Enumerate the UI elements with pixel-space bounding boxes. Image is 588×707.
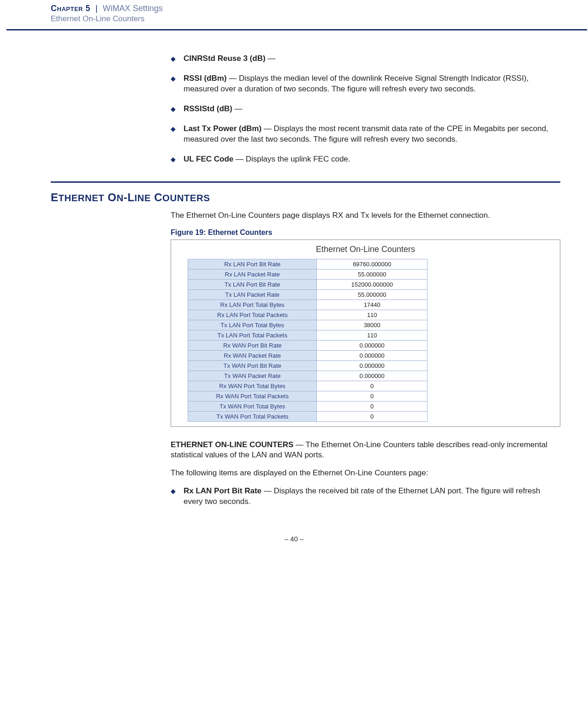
bullet-term: CINRStd Reuse 3 (dB) (184, 54, 266, 63)
figure-caption: Figure 19: Ethernet Counters (171, 228, 560, 237)
table-row: Rx WAN Port Bit Rate0.000000 (188, 340, 428, 350)
table-row: Rx LAN Port Total Bytes17440 (188, 300, 428, 310)
table-row: Tx WAN Port Bit Rate0.000000 (188, 360, 428, 371)
counters-follow-para: The following items are displayed on the… (171, 468, 560, 479)
table-row: Rx LAN Port Bit Rate69760.000000 (188, 259, 428, 269)
counter-value: 110 (317, 330, 428, 340)
header-line-1: Chapter 5 | WiMAX Settings (51, 4, 588, 13)
counter-label: Tx WAN Port Total Packets (188, 411, 317, 421)
table-row: Tx LAN Port Total Bytes38000 (188, 320, 428, 330)
table-row: Rx WAN Packet Rate0.000000 (188, 350, 428, 360)
section-intro: The Ethernet On-Line Counters page displ… (171, 210, 560, 221)
bullet-term: UL FEC Code (184, 155, 233, 163)
chapter-title: WiMAX Settings (103, 4, 163, 13)
section-rule (51, 181, 560, 183)
counter-value: 69760.000000 (317, 259, 428, 269)
page-body: CINRStd Reuse 3 (dB) — RSSI (dBm) — Disp… (0, 30, 588, 507)
content-column: CINRStd Reuse 3 (dB) — RSSI (dBm) — Disp… (171, 54, 560, 165)
counters-lead-para: ETHERNET ON-LINE COUNTERS — The Ethernet… (171, 440, 560, 461)
bullet-desc: — (232, 104, 243, 113)
counter-value: 152000.000000 (317, 279, 428, 289)
bullet-desc: — Displays the median level of the downl… (184, 74, 529, 93)
counter-value: 55.000000 (317, 269, 428, 279)
counter-label: Tx WAN Packet Rate (188, 371, 317, 381)
bullet-item: Rx LAN Port Bit Rate — Displays the rece… (171, 486, 560, 507)
table-row: Rx LAN Port Total Packets110 (188, 310, 428, 320)
figure-title: Ethernet On-Line Counters (175, 243, 556, 259)
counter-value: 0 (317, 411, 428, 421)
counter-value: 0 (317, 391, 428, 401)
bullet-term: RSSI (dBm) (184, 74, 227, 83)
counter-label: Tx WAN Port Bit Rate (188, 360, 317, 371)
page-number: – 40 – (285, 535, 304, 543)
counter-label: Tx LAN Port Total Bytes (188, 320, 317, 330)
bullet-term: Rx LAN Port Bit Rate (184, 486, 261, 495)
header-subtitle: Ethernet On-Line Counters (51, 14, 588, 24)
counter-label: Rx WAN Packet Rate (188, 350, 317, 360)
chapter-label: Chapter 5 (51, 4, 90, 13)
bullet-term: Last Tx Power (dBm) (184, 124, 261, 133)
counter-value: 0.000000 (317, 371, 428, 381)
page-header: Chapter 5 | WiMAX Settings Ethernet On-L… (0, 0, 588, 26)
table-row: Tx WAN Port Total Bytes0 (188, 401, 428, 411)
table-row: Rx LAN Packet Rate55.000000 (188, 269, 428, 279)
counter-label: Tx LAN Port Total Packets (188, 330, 317, 340)
table-row: Tx LAN Port Bit Rate152000.000000 (188, 279, 428, 289)
page: Chapter 5 | WiMAX Settings Ethernet On-L… (0, 0, 588, 552)
page-footer: – 40 – (0, 535, 588, 543)
counters-table: Rx LAN Port Bit Rate69760.000000Rx LAN P… (188, 259, 428, 422)
table-row: Rx WAN Port Total Bytes0 (188, 381, 428, 391)
counter-label: Rx LAN Port Bit Rate (188, 259, 317, 269)
section-content: The Ethernet On-Line Counters page displ… (171, 210, 560, 508)
figure-frame: Ethernet On-Line Counters Rx LAN Port Bi… (171, 240, 560, 427)
bullet-item: Last Tx Power (dBm) — Displays the most … (171, 124, 560, 145)
header-separator: | (95, 4, 98, 13)
counter-label: Tx LAN Port Bit Rate (188, 279, 317, 289)
counter-label: Rx WAN Port Bit Rate (188, 340, 317, 350)
counter-value: 0.000000 (317, 350, 428, 360)
counter-label: Rx LAN Packet Rate (188, 269, 317, 279)
table-row: Tx WAN Packet Rate0.000000 (188, 371, 428, 381)
bullet-desc: — Displays the uplink FEC code. (233, 155, 350, 163)
bullet-item: RSSIStd (dB) — (171, 104, 560, 114)
counter-value: 110 (317, 310, 428, 320)
counter-label: Rx WAN Port Total Packets (188, 391, 317, 401)
bullet-item: RSSI (dBm) — Displays the median level o… (171, 73, 560, 95)
bullet-term: RSSIStd (dB) (184, 104, 232, 113)
top-bullet-list: CINRStd Reuse 3 (dB) — RSSI (dBm) — Disp… (171, 54, 560, 165)
counter-label: Tx LAN Packet Rate (188, 289, 317, 300)
table-row: Tx LAN Port Total Packets110 (188, 330, 428, 340)
bottom-bullet-list: Rx LAN Port Bit Rate — Displays the rece… (171, 486, 560, 507)
counter-value: 0 (317, 401, 428, 411)
section-title: ETHERNET ON-LINE COUNTERS (51, 191, 560, 204)
table-row: Tx WAN Port Total Packets0 (188, 411, 428, 421)
counter-value: 0.000000 (317, 340, 428, 350)
table-row: Tx LAN Packet Rate55.000000 (188, 289, 428, 300)
counter-label: Tx WAN Port Total Bytes (188, 401, 317, 411)
counter-value: 55.000000 (317, 289, 428, 300)
counter-label: Rx LAN Port Total Bytes (188, 300, 317, 310)
counter-label: Rx LAN Port Total Packets (188, 310, 317, 320)
counter-value: 0.000000 (317, 360, 428, 371)
counter-label: Rx WAN Port Total Bytes (188, 381, 317, 391)
table-row: Rx WAN Port Total Packets0 (188, 391, 428, 401)
bullet-desc: — (266, 54, 276, 63)
counter-value: 17440 (317, 300, 428, 310)
bullet-item: UL FEC Code — Displays the uplink FEC co… (171, 154, 560, 165)
bullet-item: CINRStd Reuse 3 (dB) — (171, 54, 560, 64)
counter-value: 38000 (317, 320, 428, 330)
counters-lead-term: ETHERNET ON-LINE COUNTERS (171, 440, 293, 449)
counter-value: 0 (317, 381, 428, 391)
